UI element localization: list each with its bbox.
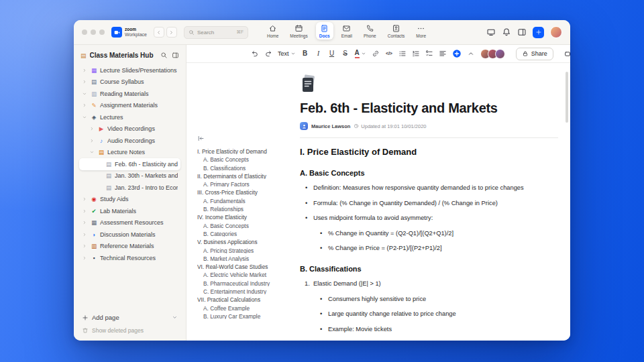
italic-button[interactable]: I	[315, 48, 323, 60]
collapse-toolbar-button[interactable]	[467, 48, 475, 60]
checklist-button[interactable]	[425, 48, 433, 60]
doc-heading[interactable]: A. Basic Concepts	[300, 169, 558, 177]
sidebar-item-reference-materials[interactable]: ▥Reference Materials	[79, 241, 180, 253]
scrollbar[interactable]	[566, 72, 568, 123]
sidebar-item-feb-6th-elasticity-and-m[interactable]: ▤Feb. 6th - Elasticity and M...	[79, 158, 180, 170]
doc-bullet-item[interactable]: •% Change in Quantity = (Q2-Q1)/[(Q2+Q1)…	[300, 230, 558, 238]
sidebar-item-study-aids[interactable]: ◉Study Aids	[79, 194, 180, 206]
back-button[interactable]	[154, 27, 164, 38]
outline-item[interactable]: A. Fundamentals	[197, 198, 290, 204]
outline-item[interactable]: II. Determinants of Elasticity	[197, 174, 290, 179]
tab-phone[interactable]: Phone	[360, 22, 380, 40]
screen-share-icon[interactable]	[486, 27, 496, 37]
sidebar-item-discussion-materials[interactable]: ◗Discussion Materials	[79, 229, 180, 241]
outline-item[interactable]: III. Cross-Price Elasticity	[197, 190, 290, 195]
doc-bullet-item[interactable]: •Consumers highly sensitive to price	[300, 296, 558, 304]
numbered-list-button[interactable]	[412, 48, 420, 60]
tab-meetings[interactable]: Meetings	[286, 22, 311, 40]
outline-item[interactable]: VI. Real-World Case Studies	[197, 264, 290, 269]
outline-item[interactable]: V. Business Applications	[197, 239, 290, 245]
chevron-right-icon[interactable]	[82, 220, 88, 225]
align-button[interactable]	[439, 48, 447, 60]
chevron-down-icon[interactable]	[89, 149, 95, 155]
chevron-right-icon[interactable]	[82, 232, 88, 237]
add-page-button[interactable]: Add page	[82, 314, 178, 321]
close-window-button[interactable]	[82, 29, 87, 35]
collapse-outline-icon[interactable]	[197, 134, 205, 144]
code-button[interactable]: </>	[385, 48, 393, 60]
outline-item[interactable]: B. Relationships	[197, 206, 290, 212]
doc-numbered-item[interactable]: 1.Elastic Demand (|E| > 1)	[300, 280, 558, 288]
chevron-right-icon[interactable]	[82, 255, 88, 261]
outline-item[interactable]: B. Classifications	[197, 166, 290, 171]
outline-item[interactable]: I. Price Elasticity of Demand	[197, 149, 290, 154]
document-body[interactable]: I. Price Elasticity of DemandA. Basic Co…	[300, 147, 558, 341]
chevron-right-icon[interactable]	[82, 196, 88, 202]
outline-item[interactable]: A. Primary Factors	[197, 182, 290, 187]
collapse-sidebar-icon[interactable]	[172, 52, 179, 59]
doc-bullet-item[interactable]: •% Change in Price = (P2-P1)/[(P2+P1)/2]	[300, 245, 558, 253]
sidebar-item-video-recordings[interactable]: ▶Video Recordings	[79, 123, 180, 135]
outline-item[interactable]: A. Coffee Example	[197, 306, 290, 311]
outline-item[interactable]: A. Pricing Strategies	[197, 248, 290, 253]
underline-button[interactable]: U	[328, 48, 336, 60]
strikethrough-button[interactable]: S	[341, 48, 350, 60]
outline-item[interactable]: VII. Practical Calculations	[197, 297, 290, 302]
sidebar-item-lecture-slides-presentations[interactable]: ▦Lecture Slides/Presentations	[79, 64, 180, 76]
chevron-down-icon[interactable]	[82, 91, 88, 97]
outline-item[interactable]: A. Electric Vehicle Market	[197, 272, 290, 278]
sidebar-item-course-syllabus[interactable]: ▤Course Syllabus	[79, 76, 180, 88]
sidebar-item-jan-23rd-intro-to-econo[interactable]: ▤Jan. 23rd - Intro to Econo...	[79, 182, 180, 194]
outline-item[interactable]: B. Luxury Car Example	[197, 314, 290, 319]
text-style-dropdown[interactable]: Text	[278, 48, 296, 60]
maximize-window-button[interactable]	[99, 29, 105, 35]
sidebar-item-reading-materials[interactable]: ▥Reading Materials	[79, 88, 180, 100]
bullet-list-button[interactable]	[398, 48, 407, 60]
show-deleted-pages-button[interactable]: Show deleted pages	[82, 327, 144, 334]
doc-bullet-item[interactable]: •Uses midpoint formula to avoid asymmetr…	[300, 215, 558, 223]
outline-item[interactable]: IV. Income Elasticity	[197, 215, 290, 220]
sidebar-item-lab-materials[interactable]: ✔Lab Materials	[79, 205, 180, 217]
bold-button[interactable]: B	[301, 48, 309, 60]
sidebar-item-lecture-notes[interactable]: ▤Lecture Notes	[79, 147, 180, 159]
redo-button[interactable]	[264, 48, 272, 60]
tab-docs[interactable]: Docs	[316, 22, 333, 40]
chevron-right-icon[interactable]	[82, 243, 88, 249]
text-color-button[interactable]: A	[355, 48, 366, 60]
document-title[interactable]: Feb. 6th - Elasticity and Markets	[300, 101, 558, 116]
tab-home[interactable]: Home	[264, 22, 282, 40]
side-panel-toggle-icon[interactable]	[517, 27, 527, 37]
camera-icon[interactable]	[564, 50, 570, 58]
doc-heading[interactable]: B. Classifications	[300, 265, 558, 273]
search-pages-icon[interactable]	[160, 52, 168, 59]
link-button[interactable]	[372, 48, 380, 60]
insert-button[interactable]	[452, 48, 462, 60]
sidebar-item-lectures[interactable]: ◈Lectures	[79, 111, 180, 123]
sidebar-item-assessment-resources[interactable]: ▦Assessment Resources	[79, 217, 180, 229]
outline-item[interactable]: A. Basic Concepts	[197, 157, 290, 162]
outline-item[interactable]: C. Entertainment Industry	[197, 289, 290, 294]
doc-bullet-item[interactable]: •Example: Movie tickets	[300, 326, 558, 334]
tab-email[interactable]: Email	[338, 22, 356, 40]
outline-item[interactable]: A. Basic Concepts	[197, 223, 290, 229]
global-search-input[interactable]: Search ⌘F	[184, 26, 248, 39]
chevron-right-icon[interactable]	[82, 208, 88, 214]
outline-item[interactable]: B. Categories	[197, 231, 290, 237]
user-avatar[interactable]	[550, 26, 562, 38]
undo-button[interactable]	[251, 48, 259, 60]
add-page-caret-icon[interactable]	[172, 314, 178, 320]
outline-item[interactable]: B. Market Analysis	[197, 256, 290, 261]
doc-heading[interactable]: I. Price Elasticity of Demand	[300, 147, 558, 157]
tab-contacts[interactable]: Contacts	[384, 22, 409, 40]
sidebar-item-audio-recordings[interactable]: ♪Audio Recordings	[79, 135, 180, 147]
sidebar-item-jan-30th-markets-and-p[interactable]: ▤Jan. 30th - Markets and P...	[79, 170, 180, 182]
forward-button[interactable]	[166, 27, 177, 38]
sidebar-item-technical-resources[interactable]: ▪Technical Resources	[79, 252, 180, 264]
chevron-right-icon[interactable]	[82, 68, 88, 73]
doc-bullet-item[interactable]: •Large quantity change relative to price…	[300, 310, 558, 318]
minimize-window-button[interactable]	[91, 29, 96, 35]
chevron-right-icon[interactable]	[89, 138, 95, 143]
new-plus-button[interactable]	[533, 27, 544, 38]
document-canvas[interactable]: Feb. 6th - Elasticity and Markets Mauric…	[292, 63, 570, 341]
collaborator-avatar[interactable]	[495, 49, 505, 59]
